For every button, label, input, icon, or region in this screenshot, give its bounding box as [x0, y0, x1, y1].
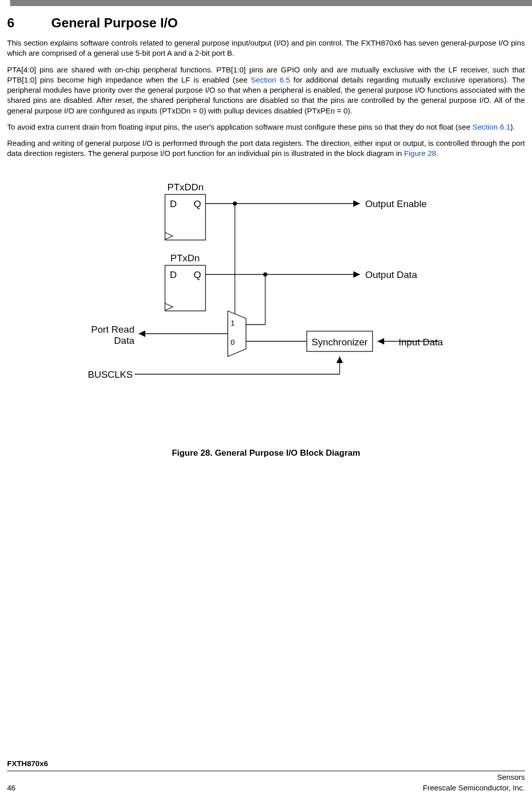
label-synchronizer: Synchronizer [312, 336, 368, 349]
para4-text-b: . [436, 149, 438, 157]
paragraph-3: To avoid extra current drain from floati… [7, 122, 525, 132]
para4-text-a: Reading and writing of general purpose I… [7, 139, 525, 157]
xref-figure-28[interactable]: Figure 28 [404, 149, 436, 157]
page-header-bar [10, 0, 532, 6]
diagram-svg [84, 179, 448, 412]
paragraph-1: This section explains software controls … [7, 38, 525, 59]
label-ptxdn: PTxDn [171, 252, 200, 265]
label-d-2: D [170, 268, 177, 282]
paragraph-2: PTA[4:0] pins are shared with on-chip pe… [7, 65, 525, 116]
section-title: General Purpose I/O [51, 15, 178, 30]
figure-caption: Figure 28. General Purpose I/O Block Dia… [7, 448, 525, 459]
label-q-1: Q [194, 197, 201, 211]
section-number: 6 [7, 14, 48, 32]
xref-section-6-1[interactable]: Section 6.1 [472, 123, 510, 131]
paragraph-4: Reading and writing of general purpose I… [7, 138, 525, 159]
label-mux-1: 1 [231, 318, 235, 328]
para3-text-a: To avoid extra current drain from floati… [7, 123, 472, 131]
label-d-1: D [170, 197, 177, 211]
xref-section-6-5[interactable]: Section 6.5 [251, 75, 291, 84]
label-mux-0: 0 [231, 337, 235, 347]
block-diagram: PTxDDn D Q PTxDn D Q Output Enable Outpu… [84, 179, 448, 432]
label-data: Data [89, 334, 135, 347]
label-input-data: Input Data [399, 336, 443, 349]
section-heading: 6 General Purpose I/O [7, 14, 525, 32]
label-output-enable: Output Enable [365, 197, 427, 211]
label-ptxddn: PTxDDn [168, 181, 204, 194]
label-q-2: Q [194, 268, 201, 282]
label-busclks: BUSCLKS [88, 368, 133, 381]
para3-text-b: ). [510, 123, 515, 131]
label-output-data: Output Data [365, 268, 417, 282]
